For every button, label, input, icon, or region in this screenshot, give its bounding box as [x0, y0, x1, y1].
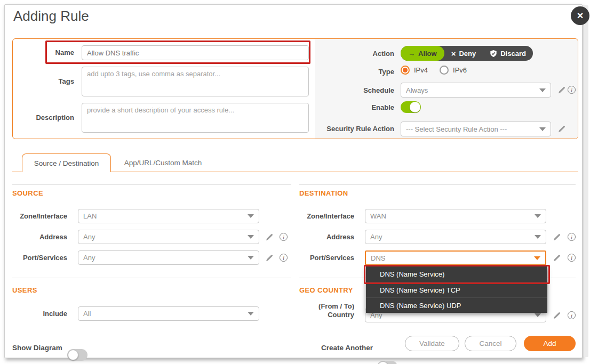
chevron-down-icon — [535, 235, 541, 239]
source-heading: SOURCE — [12, 189, 43, 197]
action-allow-button[interactable]: → Allow — [401, 46, 444, 61]
discard-shield-icon — [490, 50, 497, 58]
source-divider — [12, 184, 291, 185]
chevron-down-icon — [248, 235, 254, 239]
tags-label: Tags — [21, 77, 74, 86]
validate-button[interactable]: Validate — [405, 336, 459, 351]
geo-country-label: (From / To) Country — [308, 302, 354, 319]
users-include-label: Include — [14, 310, 67, 318]
destination-port-label: Port/Services — [290, 254, 354, 262]
ipv6-radio[interactable] — [440, 66, 449, 75]
destination-port-info-icon[interactable]: i — [568, 254, 576, 262]
allow-arrow-icon: → — [408, 50, 415, 58]
schedule-info-icon[interactable]: i — [568, 86, 576, 94]
action-segmented-control: → Allow × Deny Discard — [401, 46, 533, 61]
create-another-label: Create Another — [304, 344, 373, 352]
ipv4-radio-label: IPv4 — [414, 66, 428, 74]
destination-divider — [299, 184, 576, 185]
users-divider — [12, 278, 291, 278]
source-port-select[interactable]: Any — [78, 250, 259, 265]
action-label: Action — [309, 50, 394, 58]
destination-port-combobox[interactable]: DNS — [365, 250, 546, 265]
geo-country-info-icon[interactable]: i — [568, 311, 576, 319]
schedule-edit-pencil-icon[interactable] — [557, 86, 566, 94]
action-discard-button[interactable]: Discard — [483, 46, 533, 61]
ipv4-radio[interactable] — [401, 66, 410, 75]
destination-heading: DESTINATION — [299, 189, 348, 197]
show-diagram-toggle[interactable] — [67, 349, 87, 361]
geo-country-heading: GEO COUNTRY — [299, 286, 353, 294]
users-heading: USERS — [12, 286, 37, 294]
deny-x-icon: × — [451, 49, 456, 58]
adding-rule-dialog: Adding Rule Name Tags Description Action… — [4, 4, 583, 358]
tab-app-url-custom-match[interactable]: App/URL/Custom Match — [111, 153, 215, 172]
destination-address-label: Address — [290, 233, 354, 241]
destination-address-select[interactable]: Any — [365, 230, 546, 244]
cancel-button[interactable]: Cancel — [465, 336, 516, 351]
chevron-down-icon — [535, 313, 541, 317]
page-title: Adding Rule — [13, 8, 89, 25]
port-services-dropdown-menu: DNS (Name Service) DNS (Name Service) TC… — [366, 266, 547, 313]
source-port-info-icon[interactable]: i — [280, 254, 288, 262]
add-button[interactable]: Add — [524, 336, 576, 351]
chevron-down-icon — [248, 312, 254, 316]
type-radio-group: IPv4 IPv6 — [401, 66, 467, 75]
type-label: Type — [309, 68, 394, 76]
action-deny-button[interactable]: × Deny — [444, 46, 483, 61]
source-zone-label: Zone/Interface — [14, 212, 67, 221]
tab-source-destination[interactable]: Source / Destination — [22, 153, 111, 172]
security-rule-action-select[interactable]: --- Select Security Rule Action --- — [401, 122, 551, 136]
security-rule-action-edit-pencil-icon[interactable] — [557, 125, 566, 133]
source-port-edit-pencil-icon[interactable] — [265, 254, 274, 262]
chevron-down-icon — [535, 214, 541, 218]
schedule-select[interactable]: Always — [401, 83, 551, 98]
source-port-label: Port/Services — [14, 254, 67, 262]
menu-item-dns-name-service-tcp[interactable]: DNS (Name Service) TCP — [366, 282, 547, 297]
enable-label: Enable — [309, 103, 394, 112]
source-address-select[interactable]: Any — [78, 230, 259, 244]
show-diagram-label: Show Diagram — [12, 344, 63, 352]
description-input[interactable] — [82, 103, 309, 133]
close-button[interactable]: × — [571, 6, 589, 25]
menu-item-dns-name-service[interactable]: DNS (Name Service) — [366, 266, 547, 282]
scrollbar-track[interactable] — [583, 5, 588, 357]
geo-country-edit-pencil-icon[interactable] — [553, 311, 561, 320]
description-label: Description — [21, 114, 74, 122]
destination-port-edit-pencil-icon[interactable] — [553, 254, 561, 262]
close-icon: × — [577, 10, 584, 22]
ipv6-radio-label: IPv6 — [453, 66, 467, 74]
tags-input[interactable] — [82, 67, 309, 96]
create-another-toggle[interactable] — [377, 361, 397, 364]
destination-address-info-icon[interactable]: i — [568, 233, 576, 241]
chevron-down-icon — [539, 88, 546, 92]
name-label: Name — [21, 48, 74, 57]
source-address-info-icon[interactable]: i — [280, 233, 288, 241]
destination-zone-label: Zone/Interface — [290, 212, 354, 221]
chevron-down-icon — [248, 214, 254, 218]
source-address-edit-pencil-icon[interactable] — [265, 233, 274, 241]
source-address-label: Address — [14, 233, 67, 241]
enable-toggle[interactable] — [401, 101, 421, 113]
users-include-select[interactable]: All — [78, 306, 259, 321]
name-input[interactable] — [82, 45, 309, 60]
schedule-label: Schedule — [309, 86, 394, 95]
menu-item-dns-name-service-udp[interactable]: DNS (Name Service) UDP — [366, 297, 547, 313]
chevron-down-icon — [539, 127, 546, 131]
security-rule-action-label: Security Rule Action — [309, 125, 394, 133]
chevron-down-icon — [248, 256, 254, 260]
source-zone-select[interactable]: LAN — [78, 209, 259, 223]
destination-address-edit-pencil-icon[interactable] — [553, 233, 561, 241]
destination-zone-select[interactable]: WAN — [365, 209, 546, 223]
chevron-down-icon — [534, 256, 540, 260]
